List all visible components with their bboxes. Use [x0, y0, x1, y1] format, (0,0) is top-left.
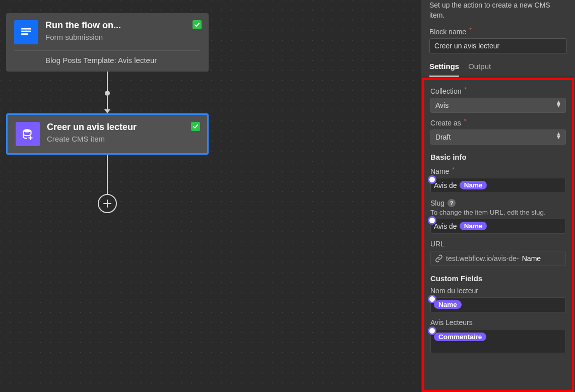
block-name-label: Block name*: [429, 28, 567, 36]
trigger-detail: Blog Posts Template: Avis lecteur: [45, 56, 201, 64]
svg-rect-2: [21, 33, 28, 35]
slug-label: Slug: [430, 199, 444, 207]
svg-rect-1: [21, 31, 31, 32]
token-name[interactable]: Name: [460, 222, 487, 230]
status-check-icon: [193, 20, 202, 29]
slug-field: Slug ? To change the item URL, edit the …: [430, 199, 566, 234]
create-as-select[interactable]: Draft: [430, 129, 566, 145]
token-name[interactable]: Name: [460, 181, 487, 189]
link-icon: [435, 254, 443, 263]
collection-field: Collection* Avis ▲▼: [430, 87, 566, 113]
svg-rect-0: [21, 28, 31, 29]
name-field: Name* Avis de Name: [430, 167, 566, 193]
url-field: URL test.webflow.io/avis-de-Name: [430, 240, 566, 266]
action-subtitle: Create CMS item: [47, 135, 199, 143]
cms-icon: [16, 122, 40, 146]
panel-help-text: Set up the action to create a new CMS it…: [429, 0, 567, 21]
basic-info-heading: Basic info: [430, 153, 566, 161]
create-as-label: Create as: [430, 119, 461, 127]
flow-canvas[interactable]: Run the flow on... Form submission Blog …: [0, 0, 421, 392]
divider: [14, 50, 201, 51]
info-icon[interactable]: ?: [448, 199, 456, 207]
action-node[interactable]: Creer un avis lecteur Create CMS item: [6, 113, 209, 155]
token-name[interactable]: Name: [434, 300, 462, 309]
action-title: Creer un avis lecteur: [47, 122, 199, 133]
nom-lecteur-input[interactable]: Name: [430, 297, 566, 312]
flow-column: Run the flow on... Form submission Blog …: [6, 13, 209, 213]
custom-fields-heading: Custom Fields: [430, 274, 566, 283]
avis-lecteurs-input[interactable]: Commentaire: [430, 329, 566, 353]
settings-section: Collection* Avis ▲▼ Create as* Draft ▲▼ …: [422, 78, 574, 392]
tab-settings[interactable]: Settings: [429, 62, 459, 77]
trigger-subtitle: Form submission: [45, 33, 201, 41]
url-display: test.webflow.io/avis-de-Name: [430, 251, 566, 266]
collection-label: Collection: [430, 87, 461, 95]
slug-input[interactable]: Avis de Name: [430, 219, 566, 234]
nom-lecteur-field: Nom du lecteur Name: [430, 287, 566, 312]
tab-output[interactable]: Output: [468, 62, 491, 77]
connector: [6, 72, 209, 113]
create-as-field: Create as* Draft ▲▼: [430, 119, 566, 145]
settings-panel: Set up the action to create a new CMS it…: [421, 0, 575, 392]
add-step-button[interactable]: [98, 194, 117, 213]
collection-select[interactable]: Avis: [430, 98, 566, 113]
panel-tabs: Settings Output: [421, 62, 575, 77]
url-label: URL: [430, 240, 444, 248]
trigger-node[interactable]: Run the flow on... Form submission Blog …: [6, 13, 209, 72]
slug-hint: To change the item URL, edit the slug.: [430, 209, 566, 216]
block-name-input[interactable]: [429, 38, 567, 53]
status-check-icon: [191, 122, 200, 131]
name-input[interactable]: Avis de Name: [430, 178, 566, 193]
connector: [6, 155, 209, 213]
avis-lecteurs-label: Avis Lecteurs: [430, 318, 473, 326]
nom-lecteur-label: Nom du lecteur: [430, 287, 478, 295]
trigger-title: Run the flow on...: [45, 20, 201, 31]
name-label: Name: [430, 167, 449, 175]
avis-lecteurs-field: Avis Lecteurs Commentaire: [430, 318, 566, 353]
token-commentaire[interactable]: Commentaire: [434, 333, 486, 341]
svg-point-3: [23, 129, 31, 133]
form-icon: [14, 20, 38, 44]
